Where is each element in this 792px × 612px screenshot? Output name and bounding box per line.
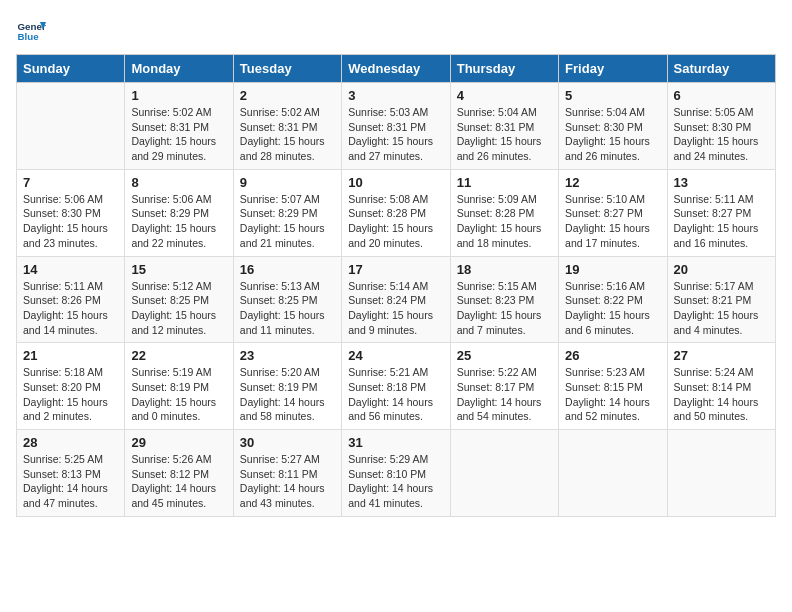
calendar-cell <box>17 83 125 170</box>
day-number: 4 <box>457 88 552 103</box>
day-number: 29 <box>131 435 226 450</box>
calendar-cell <box>667 430 775 517</box>
day-header: Friday <box>559 55 667 83</box>
day-info: Sunrise: 5:17 AM Sunset: 8:21 PM Dayligh… <box>674 279 769 338</box>
calendar-cell: 15Sunrise: 5:12 AM Sunset: 8:25 PM Dayli… <box>125 256 233 343</box>
day-info: Sunrise: 5:08 AM Sunset: 8:28 PM Dayligh… <box>348 192 443 251</box>
day-info: Sunrise: 5:14 AM Sunset: 8:24 PM Dayligh… <box>348 279 443 338</box>
day-number: 5 <box>565 88 660 103</box>
calendar-cell: 18Sunrise: 5:15 AM Sunset: 8:23 PM Dayli… <box>450 256 558 343</box>
calendar-week-row: 1Sunrise: 5:02 AM Sunset: 8:31 PM Daylig… <box>17 83 776 170</box>
day-info: Sunrise: 5:25 AM Sunset: 8:13 PM Dayligh… <box>23 452 118 511</box>
calendar-cell: 28Sunrise: 5:25 AM Sunset: 8:13 PM Dayli… <box>17 430 125 517</box>
calendar-cell: 24Sunrise: 5:21 AM Sunset: 8:18 PM Dayli… <box>342 343 450 430</box>
day-info: Sunrise: 5:23 AM Sunset: 8:15 PM Dayligh… <box>565 365 660 424</box>
day-info: Sunrise: 5:18 AM Sunset: 8:20 PM Dayligh… <box>23 365 118 424</box>
day-number: 25 <box>457 348 552 363</box>
day-info: Sunrise: 5:19 AM Sunset: 8:19 PM Dayligh… <box>131 365 226 424</box>
calendar-cell: 2Sunrise: 5:02 AM Sunset: 8:31 PM Daylig… <box>233 83 341 170</box>
day-info: Sunrise: 5:11 AM Sunset: 8:26 PM Dayligh… <box>23 279 118 338</box>
day-info: Sunrise: 5:06 AM Sunset: 8:29 PM Dayligh… <box>131 192 226 251</box>
header: General Blue <box>16 16 776 46</box>
day-info: Sunrise: 5:21 AM Sunset: 8:18 PM Dayligh… <box>348 365 443 424</box>
day-number: 22 <box>131 348 226 363</box>
day-header: Tuesday <box>233 55 341 83</box>
day-number: 26 <box>565 348 660 363</box>
day-number: 1 <box>131 88 226 103</box>
day-number: 20 <box>674 262 769 277</box>
day-number: 13 <box>674 175 769 190</box>
calendar-cell: 1Sunrise: 5:02 AM Sunset: 8:31 PM Daylig… <box>125 83 233 170</box>
svg-text:Blue: Blue <box>18 31 40 42</box>
day-info: Sunrise: 5:05 AM Sunset: 8:30 PM Dayligh… <box>674 105 769 164</box>
day-info: Sunrise: 5:07 AM Sunset: 8:29 PM Dayligh… <box>240 192 335 251</box>
calendar-cell: 12Sunrise: 5:10 AM Sunset: 8:27 PM Dayli… <box>559 169 667 256</box>
day-info: Sunrise: 5:12 AM Sunset: 8:25 PM Dayligh… <box>131 279 226 338</box>
calendar-week-row: 21Sunrise: 5:18 AM Sunset: 8:20 PM Dayli… <box>17 343 776 430</box>
day-number: 23 <box>240 348 335 363</box>
day-number: 10 <box>348 175 443 190</box>
day-number: 2 <box>240 88 335 103</box>
day-number: 17 <box>348 262 443 277</box>
calendar-cell: 25Sunrise: 5:22 AM Sunset: 8:17 PM Dayli… <box>450 343 558 430</box>
day-number: 9 <box>240 175 335 190</box>
day-info: Sunrise: 5:04 AM Sunset: 8:31 PM Dayligh… <box>457 105 552 164</box>
day-number: 3 <box>348 88 443 103</box>
day-info: Sunrise: 5:26 AM Sunset: 8:12 PM Dayligh… <box>131 452 226 511</box>
day-info: Sunrise: 5:06 AM Sunset: 8:30 PM Dayligh… <box>23 192 118 251</box>
day-number: 24 <box>348 348 443 363</box>
day-info: Sunrise: 5:13 AM Sunset: 8:25 PM Dayligh… <box>240 279 335 338</box>
calendar-cell: 7Sunrise: 5:06 AM Sunset: 8:30 PM Daylig… <box>17 169 125 256</box>
day-header: Saturday <box>667 55 775 83</box>
day-info: Sunrise: 5:22 AM Sunset: 8:17 PM Dayligh… <box>457 365 552 424</box>
day-number: 14 <box>23 262 118 277</box>
day-info: Sunrise: 5:03 AM Sunset: 8:31 PM Dayligh… <box>348 105 443 164</box>
calendar-cell: 10Sunrise: 5:08 AM Sunset: 8:28 PM Dayli… <box>342 169 450 256</box>
day-info: Sunrise: 5:02 AM Sunset: 8:31 PM Dayligh… <box>240 105 335 164</box>
day-header: Monday <box>125 55 233 83</box>
day-info: Sunrise: 5:02 AM Sunset: 8:31 PM Dayligh… <box>131 105 226 164</box>
calendar-cell: 8Sunrise: 5:06 AM Sunset: 8:29 PM Daylig… <box>125 169 233 256</box>
day-number: 12 <box>565 175 660 190</box>
day-number: 18 <box>457 262 552 277</box>
day-number: 31 <box>348 435 443 450</box>
day-number: 19 <box>565 262 660 277</box>
day-info: Sunrise: 5:27 AM Sunset: 8:11 PM Dayligh… <box>240 452 335 511</box>
calendar-cell: 5Sunrise: 5:04 AM Sunset: 8:30 PM Daylig… <box>559 83 667 170</box>
calendar-cell: 21Sunrise: 5:18 AM Sunset: 8:20 PM Dayli… <box>17 343 125 430</box>
day-number: 7 <box>23 175 118 190</box>
calendar-week-row: 14Sunrise: 5:11 AM Sunset: 8:26 PM Dayli… <box>17 256 776 343</box>
day-number: 8 <box>131 175 226 190</box>
day-number: 11 <box>457 175 552 190</box>
day-number: 28 <box>23 435 118 450</box>
calendar-cell <box>450 430 558 517</box>
calendar-cell: 29Sunrise: 5:26 AM Sunset: 8:12 PM Dayli… <box>125 430 233 517</box>
calendar-table: SundayMondayTuesdayWednesdayThursdayFrid… <box>16 54 776 517</box>
day-info: Sunrise: 5:10 AM Sunset: 8:27 PM Dayligh… <box>565 192 660 251</box>
day-header: Sunday <box>17 55 125 83</box>
calendar-cell: 30Sunrise: 5:27 AM Sunset: 8:11 PM Dayli… <box>233 430 341 517</box>
calendar-cell: 20Sunrise: 5:17 AM Sunset: 8:21 PM Dayli… <box>667 256 775 343</box>
day-info: Sunrise: 5:16 AM Sunset: 8:22 PM Dayligh… <box>565 279 660 338</box>
day-number: 30 <box>240 435 335 450</box>
day-info: Sunrise: 5:20 AM Sunset: 8:19 PM Dayligh… <box>240 365 335 424</box>
logo: General Blue <box>16 16 46 46</box>
day-info: Sunrise: 5:24 AM Sunset: 8:14 PM Dayligh… <box>674 365 769 424</box>
calendar-cell: 19Sunrise: 5:16 AM Sunset: 8:22 PM Dayli… <box>559 256 667 343</box>
calendar-cell: 16Sunrise: 5:13 AM Sunset: 8:25 PM Dayli… <box>233 256 341 343</box>
calendar-cell: 11Sunrise: 5:09 AM Sunset: 8:28 PM Dayli… <box>450 169 558 256</box>
calendar-cell: 27Sunrise: 5:24 AM Sunset: 8:14 PM Dayli… <box>667 343 775 430</box>
calendar-cell: 22Sunrise: 5:19 AM Sunset: 8:19 PM Dayli… <box>125 343 233 430</box>
calendar-cell: 6Sunrise: 5:05 AM Sunset: 8:30 PM Daylig… <box>667 83 775 170</box>
calendar-cell: 9Sunrise: 5:07 AM Sunset: 8:29 PM Daylig… <box>233 169 341 256</box>
calendar-cell: 23Sunrise: 5:20 AM Sunset: 8:19 PM Dayli… <box>233 343 341 430</box>
calendar-body: 1Sunrise: 5:02 AM Sunset: 8:31 PM Daylig… <box>17 83 776 517</box>
calendar-cell: 26Sunrise: 5:23 AM Sunset: 8:15 PM Dayli… <box>559 343 667 430</box>
day-info: Sunrise: 5:11 AM Sunset: 8:27 PM Dayligh… <box>674 192 769 251</box>
calendar-week-row: 7Sunrise: 5:06 AM Sunset: 8:30 PM Daylig… <box>17 169 776 256</box>
calendar-cell: 31Sunrise: 5:29 AM Sunset: 8:10 PM Dayli… <box>342 430 450 517</box>
calendar-cell: 17Sunrise: 5:14 AM Sunset: 8:24 PM Dayli… <box>342 256 450 343</box>
day-number: 16 <box>240 262 335 277</box>
calendar-cell: 4Sunrise: 5:04 AM Sunset: 8:31 PM Daylig… <box>450 83 558 170</box>
day-header: Thursday <box>450 55 558 83</box>
